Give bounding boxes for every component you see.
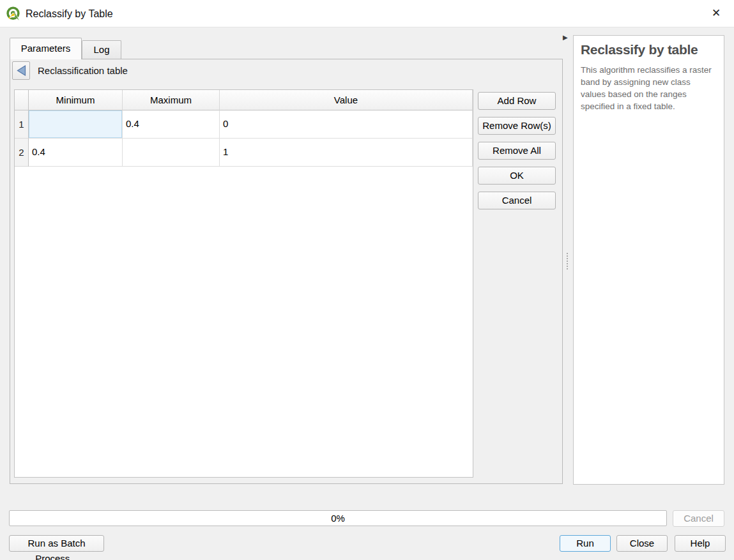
ok-button[interactable]: OK [478, 167, 556, 185]
row-header-2[interactable]: 2 [15, 139, 29, 167]
title-bar: Reclassify by Table ✕ [0, 0, 734, 27]
table-header-row: Minimum Maximum Value [15, 90, 473, 110]
reclassification-table: Minimum Maximum Value 1 0.4 0 2 0.4 1 [14, 89, 473, 478]
cancel-table-button[interactable]: Cancel [478, 192, 556, 209]
qgis-logo-icon [5, 6, 21, 22]
cell-row2-value[interactable]: 1 [220, 139, 473, 167]
help-description: This algorithm reclassifies a raster ban… [581, 64, 717, 112]
cancel-progress-button[interactable]: Cancel [673, 510, 724, 527]
close-button[interactable]: Close [616, 535, 668, 552]
panel-header-title: Reclassification table [38, 61, 128, 80]
remove-all-button[interactable]: Remove All [478, 142, 556, 160]
tab-parameters[interactable]: Parameters [10, 38, 82, 59]
remove-rows-button[interactable]: Remove Row(s) [478, 117, 556, 135]
column-header-value[interactable]: Value [220, 90, 473, 110]
close-icon[interactable]: ✕ [703, 0, 729, 27]
run-as-batch-button[interactable]: Run as Batch Process... [9, 535, 104, 552]
parameters-panel: Reclassification table Minimum Maximum V… [10, 59, 563, 484]
help-button[interactable]: Help [675, 535, 726, 552]
help-title: Reclassify by table [581, 42, 717, 57]
back-arrow-icon [17, 65, 26, 76]
add-row-button[interactable]: Add Row [478, 92, 556, 110]
back-button[interactable] [12, 61, 30, 80]
cell-row2-minimum[interactable]: 0.4 [29, 139, 123, 167]
row-header-1[interactable]: 1 [15, 110, 29, 139]
table-row: 2 0.4 1 [15, 139, 473, 167]
run-button[interactable]: Run [560, 535, 611, 552]
progress-label: 0% [331, 513, 345, 524]
column-header-minimum[interactable]: Minimum [29, 90, 123, 110]
cell-row2-maximum[interactable] [123, 139, 220, 167]
help-panel: Reclassify by table This algorithm recla… [573, 35, 724, 485]
column-header-maximum[interactable]: Maximum [123, 90, 220, 110]
table-row: 1 0.4 0 [15, 110, 473, 139]
splitter-handle[interactable] [567, 253, 568, 269]
window-title: Reclassify by Table [26, 0, 113, 27]
collapse-panel-icon[interactable]: ▶ [563, 34, 568, 41]
table-corner-header [15, 90, 29, 110]
cell-row1-maximum[interactable]: 0.4 [123, 110, 220, 139]
tab-log[interactable]: Log [82, 40, 121, 59]
progress-bar: 0% [9, 510, 667, 526]
cell-row1-value[interactable]: 0 [220, 110, 473, 139]
cell-row1-minimum[interactable] [29, 110, 123, 139]
